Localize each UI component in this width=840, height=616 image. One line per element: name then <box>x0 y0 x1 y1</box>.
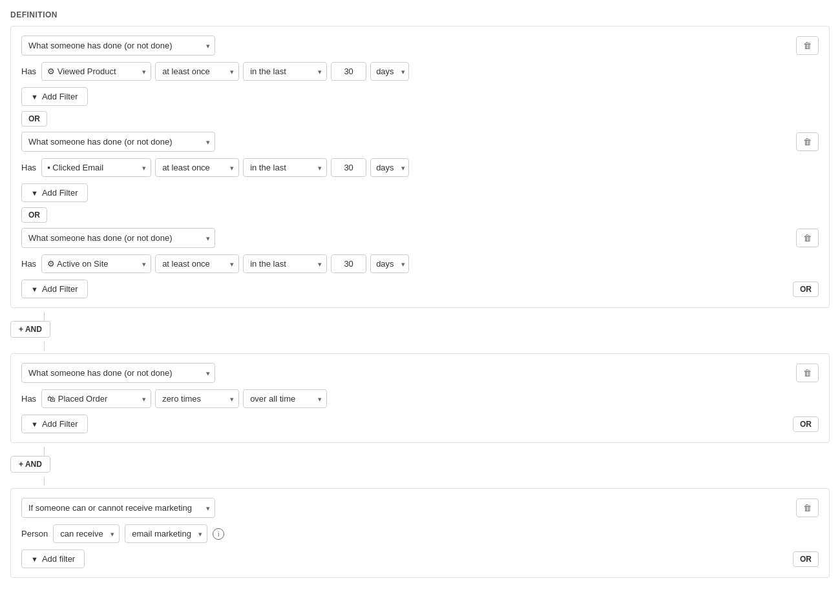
group3-header-row: What someone has done (or not done) 🗑 <box>21 228 819 248</box>
person-label: Person <box>21 529 48 539</box>
has-label-2: Has <box>21 163 36 172</box>
number-input-3[interactable] <box>331 254 366 273</box>
connecting-line-4 <box>44 477 45 486</box>
condition-active-on-site: Has ⚙ Active on Site at least once in th… <box>21 254 819 273</box>
and-button-2[interactable]: + AND <box>10 456 50 473</box>
section-title: Definition <box>10 10 830 19</box>
or-button-5[interactable]: OR <box>793 551 819 567</box>
group-block-2: What someone has done (or not done) 🗑 Ha… <box>10 353 830 443</box>
info-icon[interactable]: i <box>213 528 224 540</box>
filter-icon-2: ▼ <box>31 189 38 197</box>
freq-select-2[interactable]: at least once <box>155 158 239 177</box>
freq-select-3[interactable]: at least once <box>155 254 239 273</box>
marketing-type-select[interactable]: email marketing <box>125 524 207 543</box>
group1-bottom-row: ▼ Add Filter <box>21 87 819 106</box>
group2-bottom-row: ▼ Add Filter <box>21 183 819 202</box>
event-select-3[interactable]: ⚙ Active on Site <box>41 254 151 273</box>
group4-header-row: What someone has done (or not done) 🗑 <box>21 363 819 383</box>
or-button-4[interactable]: OR <box>793 416 819 432</box>
days-select-2[interactable]: days <box>370 158 409 177</box>
filter-icon-3: ▼ <box>31 285 38 293</box>
time-select-wrapper-1[interactable]: in the last <box>243 62 327 81</box>
filter-icon-4: ▼ <box>31 420 38 428</box>
or-button-3[interactable]: OR <box>793 282 819 297</box>
days-select-wrapper-2[interactable]: days <box>370 158 409 177</box>
event-select-2[interactable]: ▪ Clicked Email <box>41 158 151 177</box>
group3-delete-button[interactable]: 🗑 <box>796 229 819 247</box>
time-select-1[interactable]: in the last <box>243 62 327 81</box>
can-receive-select[interactable]: can receive <box>53 524 120 543</box>
group5-header-row: If someone can or cannot receive marketi… <box>21 498 819 518</box>
filter-icon-1: ▼ <box>31 93 38 101</box>
group1-type-select[interactable]: What someone has done (or not done) <box>21 36 215 56</box>
has-label-4: Has <box>21 394 36 404</box>
group2-type-select[interactable]: What someone has done (or not done) <box>21 132 215 152</box>
event-select-4[interactable]: 🛍 Placed Order <box>41 389 151 408</box>
freq-select-wrapper-3[interactable]: at least once <box>155 254 239 273</box>
condition-clicked-email: Has ▪ Clicked Email at least once in the… <box>21 158 819 177</box>
condition-viewed-product: Has ⚙ Viewed Product at least once in th… <box>21 62 819 81</box>
connecting-line-3 <box>44 447 45 456</box>
condition-marketing: Person can receive email marketing i <box>21 524 819 543</box>
time-select-wrapper-2[interactable]: in the last <box>243 158 327 177</box>
has-label-3: Has <box>21 259 36 269</box>
can-receive-select-wrapper[interactable]: can receive <box>53 524 120 543</box>
group3-type-select-wrapper[interactable]: What someone has done (or not done) <box>21 228 215 248</box>
number-input-1[interactable] <box>331 62 366 81</box>
definition-section: Definition What someone has done (or not… <box>10 10 830 578</box>
filter-icon-5: ▼ <box>31 555 38 563</box>
time-select-4[interactable]: over all time <box>243 389 327 408</box>
group-block-3: If someone can or cannot receive marketi… <box>10 488 830 578</box>
group4-type-select-wrapper[interactable]: What someone has done (or not done) <box>21 363 215 383</box>
group3-type-select[interactable]: What someone has done (or not done) <box>21 228 215 248</box>
group5-type-select[interactable]: If someone can or cannot receive marketi… <box>21 498 215 518</box>
add-filter-btn-4[interactable]: ▼ Add Filter <box>21 415 88 433</box>
group5-delete-button[interactable]: 🗑 <box>796 498 819 517</box>
connecting-line-1 <box>44 312 45 321</box>
event-select-wrapper-1[interactable]: ⚙ Viewed Product <box>41 62 151 81</box>
group3-bottom-row: ▼ Add Filter OR <box>21 280 819 298</box>
time-select-2[interactable]: in the last <box>243 158 327 177</box>
or-button-2[interactable]: OR <box>21 207 47 223</box>
group5-bottom-row: ▼ Add filter OR <box>21 549 819 568</box>
and-button-1[interactable]: + AND <box>10 321 50 338</box>
time-select-wrapper-4[interactable]: over all time <box>243 389 327 408</box>
days-select-1[interactable]: days <box>370 62 409 81</box>
group1-delete-button[interactable]: 🗑 <box>796 36 819 55</box>
event-select-wrapper-2[interactable]: ▪ Clicked Email <box>41 158 151 177</box>
group2-type-select-wrapper[interactable]: What someone has done (or not done) <box>21 132 215 152</box>
freq-select-wrapper-4[interactable]: zero times <box>155 389 239 408</box>
or-row-1: OR <box>21 111 819 127</box>
group4-type-select[interactable]: What someone has done (or not done) <box>21 363 215 383</box>
add-filter-btn-2[interactable]: ▼ Add Filter <box>21 183 88 202</box>
freq-select-1[interactable]: at least once <box>155 62 239 81</box>
days-select-3[interactable]: days <box>370 254 409 273</box>
event-select-wrapper-4[interactable]: 🛍 Placed Order <box>41 389 151 408</box>
add-filter-btn-5[interactable]: ▼ Add filter <box>21 549 85 568</box>
event-select-1[interactable]: ⚙ Viewed Product <box>41 62 151 81</box>
freq-select-wrapper-2[interactable]: at least once <box>155 158 239 177</box>
group-block-1: What someone has done (or not done) 🗑 Ha… <box>10 26 830 308</box>
has-label-1: Has <box>21 67 36 76</box>
add-filter-btn-1[interactable]: ▼ Add Filter <box>21 87 88 106</box>
event-select-wrapper-3[interactable]: ⚙ Active on Site <box>41 254 151 273</box>
connecting-line-2 <box>44 342 45 351</box>
group2-delete-button[interactable]: 🗑 <box>796 132 819 151</box>
time-select-wrapper-3[interactable]: in the last <box>243 254 327 273</box>
days-select-wrapper-3[interactable]: days <box>370 254 409 273</box>
group5-type-select-wrapper[interactable]: If someone can or cannot receive marketi… <box>21 498 215 518</box>
group1-type-select-wrapper[interactable]: What someone has done (or not done) <box>21 36 215 56</box>
freq-select-4[interactable]: zero times <box>155 389 239 408</box>
days-select-wrapper-1[interactable]: days <box>370 62 409 81</box>
or-button-1[interactable]: OR <box>21 111 47 127</box>
condition-placed-order: Has 🛍 Placed Order zero times over all t… <box>21 389 819 408</box>
group4-delete-button[interactable]: 🗑 <box>796 364 819 382</box>
group2-header-row: What someone has done (or not done) 🗑 <box>21 132 819 152</box>
freq-select-wrapper-1[interactable]: at least once <box>155 62 239 81</box>
group4-bottom-row: ▼ Add Filter OR <box>21 415 819 433</box>
number-input-2[interactable] <box>331 158 366 177</box>
or-row-2: OR <box>21 207 819 223</box>
time-select-3[interactable]: in the last <box>243 254 327 273</box>
add-filter-btn-3[interactable]: ▼ Add Filter <box>21 280 88 298</box>
marketing-type-select-wrapper[interactable]: email marketing <box>125 524 207 543</box>
